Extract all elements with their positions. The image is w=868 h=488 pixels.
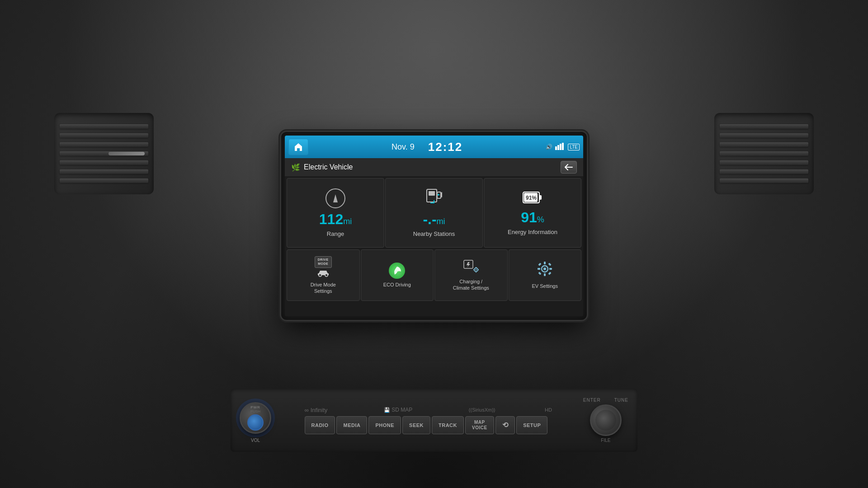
sd-icon: 💾 bbox=[384, 407, 390, 413]
tune-knob-wrapper: ENTER TUNE FILE bbox=[583, 398, 628, 443]
vent-slat bbox=[60, 142, 148, 147]
ev-settings-button[interactable]: EV Settings bbox=[509, 249, 582, 301]
sd-map-label: 💾 SD MAP bbox=[384, 407, 412, 413]
sirius-label: ((SiriusXm)) bbox=[469, 407, 495, 413]
range-value: 112mi bbox=[319, 211, 352, 228]
status-icons: 🔊 LTE bbox=[546, 143, 580, 151]
enter-label: ENTER bbox=[583, 398, 601, 403]
charging-climate-button[interactable]: Charging /Climate Settings bbox=[434, 249, 508, 301]
vent-accent bbox=[108, 152, 145, 155]
charging-climate-label: Charging /Climate Settings bbox=[453, 278, 489, 291]
car-icon bbox=[316, 269, 330, 279]
infinity-logo: ∞ Infinity bbox=[305, 407, 327, 413]
push-label: PUSH bbox=[250, 409, 260, 413]
back-button[interactable] bbox=[561, 161, 577, 174]
main-content: 112mi Range bbox=[285, 176, 583, 316]
back-track-button[interactable]: ⟲ bbox=[495, 416, 515, 434]
media-button[interactable]: MEDIA bbox=[336, 416, 367, 434]
setup-button[interactable]: SETUP bbox=[516, 416, 547, 434]
radio-button[interactable]: RADIO bbox=[305, 416, 335, 434]
knob-inner bbox=[595, 410, 616, 431]
energy-info-card[interactable]: 91% 91% Energy Information bbox=[484, 178, 581, 248]
power-volume-knob[interactable]: PWR PUSH bbox=[240, 402, 271, 434]
svg-point-22 bbox=[543, 267, 546, 270]
vent-slat bbox=[60, 160, 148, 165]
drive-mode-box: DRIVEMODE bbox=[315, 256, 332, 268]
svg-point-16 bbox=[475, 269, 476, 270]
vent-slat bbox=[720, 124, 808, 129]
eco-leaf-icon bbox=[389, 263, 405, 279]
right-labels-top: ENTER TUNE bbox=[583, 398, 628, 403]
drive-mode-button[interactable]: DRIVEMODE Drive ModeSettings bbox=[287, 249, 360, 301]
center-controls: ∞ Infinity 💾 SD MAP ((SiriusXm)) HD RADI… bbox=[273, 407, 579, 434]
title-bar: 🌿 Electric Vehicle bbox=[285, 158, 583, 176]
energy-unit: % bbox=[537, 215, 544, 224]
eco-driving-button[interactable]: ECO Driving bbox=[361, 249, 434, 301]
home-button[interactable] bbox=[288, 139, 308, 155]
audio-icon: 🔊 bbox=[546, 144, 552, 150]
gear-svg bbox=[537, 261, 553, 277]
screen-surround: Nov. 9 12:12 🔊 LTE bbox=[281, 132, 587, 320]
compass-icon bbox=[326, 188, 345, 208]
signal-icon bbox=[555, 143, 565, 151]
vent-slat bbox=[60, 124, 148, 129]
header-bar: Nov. 9 12:12 🔊 LTE bbox=[285, 136, 583, 158]
phone-button[interactable]: PHONE bbox=[368, 416, 401, 434]
nearby-value: -.-mi bbox=[423, 211, 445, 228]
svg-point-12 bbox=[319, 274, 321, 277]
vol-label: VOL bbox=[251, 438, 260, 443]
track-button[interactable]: TRACK bbox=[432, 416, 464, 434]
nearby-stations-card[interactable]: -.-mi Nearby Stations bbox=[385, 178, 483, 248]
svg-rect-26 bbox=[549, 268, 552, 270]
svg-rect-30 bbox=[548, 272, 552, 275]
left-vent bbox=[54, 113, 154, 194]
action-buttons-row: DRIVEMODE Drive ModeSettings bbox=[285, 249, 583, 303]
vent-slat bbox=[720, 133, 808, 138]
svg-point-13 bbox=[325, 274, 328, 277]
tune-knob[interactable] bbox=[590, 404, 622, 436]
svg-rect-24 bbox=[544, 273, 546, 276]
button-row: RADIO MEDIA PHONE SEEK TRACK MAPVOICE ⟲ … bbox=[305, 416, 548, 434]
header-time: 12:12 bbox=[428, 140, 463, 154]
cell-bars-icon bbox=[555, 143, 565, 150]
charging-station-icon bbox=[425, 188, 443, 208]
compass-needle bbox=[333, 194, 338, 202]
range-card[interactable]: 112mi Range bbox=[287, 178, 384, 248]
eco-driving-label: ECO Driving bbox=[383, 282, 411, 288]
svg-rect-25 bbox=[538, 268, 540, 270]
header-date: Nov. 9 bbox=[392, 142, 415, 152]
header-datetime: Nov. 9 12:12 bbox=[312, 140, 542, 154]
charging-gear-svg bbox=[463, 259, 479, 274]
svg-text:91%: 91% bbox=[526, 195, 537, 201]
nearby-unit: mi bbox=[437, 217, 445, 226]
hd-radio-label: HD bbox=[545, 407, 552, 413]
energy-value: 91% bbox=[521, 209, 544, 226]
ev-title-container: 🌿 Electric Vehicle bbox=[291, 163, 353, 172]
infotainment-screen: Nov. 9 12:12 🔊 LTE bbox=[285, 136, 583, 316]
range-label: Range bbox=[327, 230, 344, 237]
svg-rect-3 bbox=[562, 143, 564, 150]
drive-mode-label: Drive ModeSettings bbox=[311, 282, 336, 295]
svg-rect-9 bbox=[539, 195, 542, 200]
battery-svg: 91% bbox=[523, 190, 542, 205]
seek-button[interactable]: SEEK bbox=[402, 416, 430, 434]
control-panel: PWR PUSH VOL ∞ Infinity 💾 SD MAP ((Siriu… bbox=[231, 389, 637, 452]
tune-label: TUNE bbox=[614, 398, 628, 403]
file-label: FILE bbox=[601, 438, 610, 443]
vent-slat bbox=[720, 142, 808, 147]
svg-rect-23 bbox=[544, 262, 546, 264]
vent-slat bbox=[60, 178, 148, 183]
top-label-row: ∞ Infinity 💾 SD MAP ((SiriusXm)) HD bbox=[278, 407, 575, 413]
vent-slat bbox=[720, 178, 808, 183]
charging-climate-icon bbox=[463, 259, 479, 276]
network-icon: LTE bbox=[568, 144, 580, 150]
pwr-label: PWR bbox=[250, 405, 260, 409]
svg-point-7 bbox=[438, 194, 439, 196]
volume-knob-wrapper: PWR PUSH VOL bbox=[240, 402, 271, 434]
vent-slat bbox=[720, 169, 808, 174]
map-voice-button[interactable]: MAPVOICE bbox=[465, 416, 494, 434]
ev-settings-label: EV Settings bbox=[532, 283, 558, 289]
nearby-label: Nearby Stations bbox=[413, 230, 455, 237]
vent-slat bbox=[60, 133, 148, 138]
svg-rect-1 bbox=[557, 145, 559, 150]
